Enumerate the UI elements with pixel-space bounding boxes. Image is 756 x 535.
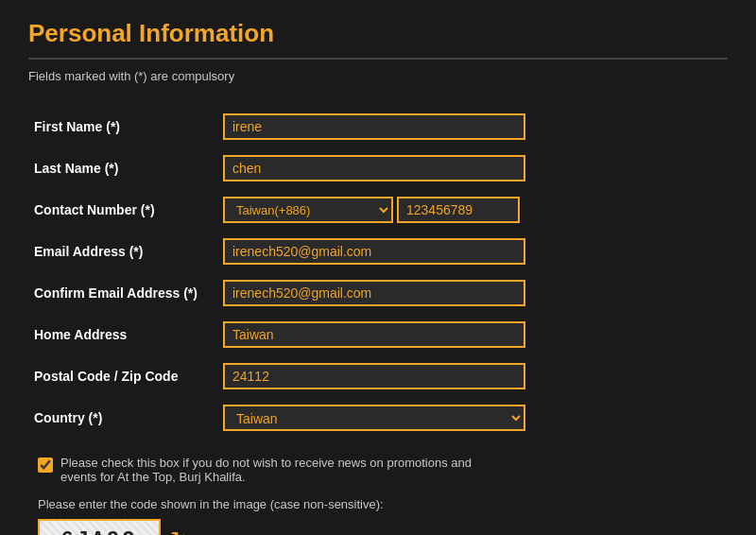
postal-code-input[interactable] [223,363,525,389]
personal-info-form: First Name (*) Last Name (*) Contact Num… [28,102,728,442]
promotions-checkbox-section: Please check this box if you do not wish… [28,456,728,484]
captcha-image: 6JA9Q [38,519,161,535]
country-label: Country (*) [28,401,217,435]
compulsory-note: Fields marked with (*) are compulsory [28,69,728,83]
home-address-input[interactable] [223,321,525,348]
last-name-input[interactable] [223,155,525,181]
captcha-refresh-icon[interactable]: ↻ [170,527,187,535]
first-name-input[interactable] [223,113,525,140]
captcha-code: 6JA9Q [60,528,137,536]
email-label: Email Address (*) [28,234,217,268]
home-address-label: Home Address [28,318,217,352]
last-name-label: Last Name (*) [28,151,217,185]
postal-code-label: Postal Code / Zip Code [28,359,217,393]
email-input[interactable] [223,238,525,265]
promotions-checkbox[interactable] [38,457,53,473]
first-name-label: First Name (*) [28,110,217,144]
page-title: Personal Information [28,19,728,60]
promotions-checkbox-label: Please check this box if you do not wish… [60,456,510,484]
captcha-label: Please enter the code shown in the image… [38,497,728,511]
contact-number-label: Contact Number (*) [28,193,217,227]
captcha-section: Please enter the code shown in the image… [28,497,728,535]
country-code-select[interactable]: Taiwan(+886) United States(+1) United Ki… [223,197,393,223]
country-select[interactable]: Taiwan United States United Kingdom Aust… [223,405,525,431]
phone-number-input[interactable] [397,197,520,223]
confirm-email-label: Confirm Email Address (*) [28,276,217,310]
confirm-email-input[interactable] [223,280,525,306]
